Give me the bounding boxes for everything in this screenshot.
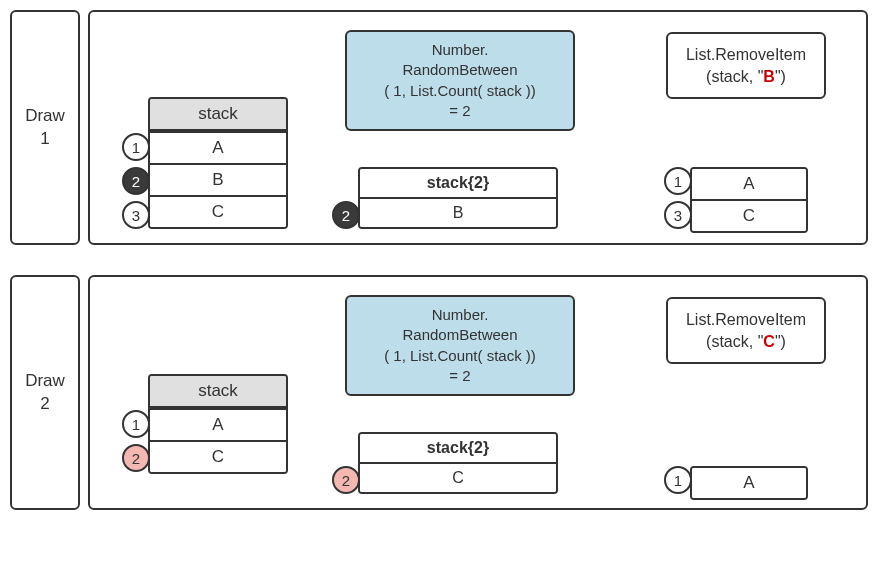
index-badge-selected: 2 <box>122 167 150 195</box>
result-badge: 3 <box>664 201 692 229</box>
random-between-box-2: Number. RandomBetween ( 1, List.Count( s… <box>345 295 575 396</box>
stack-cell: B <box>150 163 286 195</box>
result-table-2: A <box>690 466 808 500</box>
draw-number: 2 <box>40 393 49 415</box>
draw-word: Draw <box>25 105 65 127</box>
draw-word: Draw <box>25 370 65 392</box>
draw-number: 1 <box>40 128 49 150</box>
draw-content-2: stack A C 1 2 Number. RandomBetween ( 1,… <box>88 275 868 510</box>
random-line: RandomBetween <box>357 60 563 80</box>
result-table-1: A C <box>690 167 808 233</box>
access-badge: 2 <box>332 466 360 494</box>
access-table-1: stack{2} B <box>358 167 558 229</box>
result-badge: 1 <box>664 466 692 494</box>
remove-fn: List.RemoveItem <box>676 309 816 331</box>
stack-cell: A <box>150 131 286 163</box>
stack-cell: C <box>150 195 286 227</box>
random-line: RandomBetween <box>357 325 563 345</box>
remove-args: (stack, "B") <box>676 66 816 88</box>
result-cell: C <box>692 199 806 231</box>
stack-cell: A <box>150 408 286 440</box>
random-line: = 2 <box>357 366 563 386</box>
index-badge: 1 <box>122 133 150 161</box>
access-table-2: stack{2} C <box>358 432 558 494</box>
random-line: ( 1, List.Count( stack )) <box>357 346 563 366</box>
index-badge: 3 <box>122 201 150 229</box>
draw-row-1: Draw 1 stack A B C 1 2 3 Number. RandomB… <box>10 10 868 245</box>
remove-item-box-2: List.RemoveItem (stack, "C") <box>666 297 826 364</box>
remove-fn: List.RemoveItem <box>676 44 816 66</box>
access-expr: stack{2} <box>360 434 556 462</box>
draw-row-2: Draw 2 stack A C 1 2 Number. RandomBetwe… <box>10 275 868 510</box>
draw-content-1: stack A B C 1 2 3 Number. RandomBetween … <box>88 10 868 245</box>
result-cell: A <box>692 169 806 199</box>
access-expr: stack{2} <box>360 169 556 197</box>
stack-table-1: stack A B C <box>148 97 288 229</box>
remove-args: (stack, "C") <box>676 331 816 353</box>
access-badge: 2 <box>332 201 360 229</box>
draw-label-1: Draw 1 <box>10 10 80 245</box>
draw-label-2: Draw 2 <box>10 275 80 510</box>
random-between-box-1: Number. RandomBetween ( 1, List.Count( s… <box>345 30 575 131</box>
random-line: ( 1, List.Count( stack )) <box>357 81 563 101</box>
result-cell: A <box>692 468 806 498</box>
stack-table-2: stack A C <box>148 374 288 474</box>
access-value: C <box>360 462 556 492</box>
random-line: Number. <box>357 305 563 325</box>
access-value: B <box>360 197 556 227</box>
random-line: Number. <box>357 40 563 60</box>
result-badge: 1 <box>664 167 692 195</box>
remove-item-box-1: List.RemoveItem (stack, "B") <box>666 32 826 99</box>
index-badge-selected: 2 <box>122 444 150 472</box>
stack-header: stack <box>150 376 286 408</box>
index-badge: 1 <box>122 410 150 438</box>
stack-header: stack <box>150 99 286 131</box>
random-line: = 2 <box>357 101 563 121</box>
stack-cell: C <box>150 440 286 472</box>
